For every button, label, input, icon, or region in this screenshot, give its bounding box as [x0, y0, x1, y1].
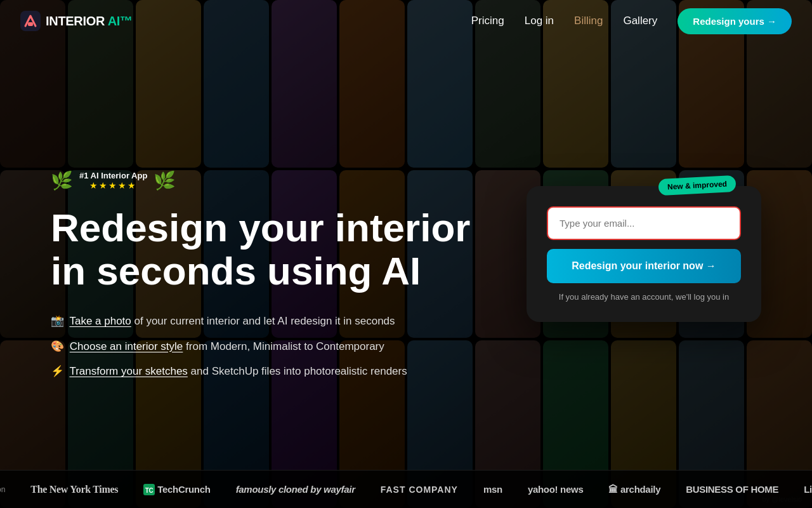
hero-heading: Redesign your interior in seconds using … — [51, 206, 508, 293]
award-title: #1 AI Interior App — [79, 171, 147, 180]
press-logo-archdaily: 🏛 archdaily — [608, 484, 660, 495]
press-logo-fastcompany: FAST COMPANY — [381, 485, 458, 495]
feature-item-2: 🎨 Choose an interior style from Modern, … — [51, 338, 495, 355]
logo[interactable]: INTERIOR AI™ — [20, 11, 133, 31]
logo-icon — [20, 11, 41, 31]
svg-rect-0 — [20, 11, 41, 31]
laurel-right-icon: 🌿 — [154, 170, 176, 191]
feature2-rest: from Modern, Minimalist to Contemporary — [186, 340, 384, 352]
as-seen-on-label: as seen on — [0, 485, 5, 494]
press-bar: as seen on The New York Times TC TechCru… — [0, 470, 812, 508]
cta-card: Redesign your interior now → If you alre… — [527, 186, 761, 322]
press-logo-businessofhome: BUSINESS OF HOME — [686, 484, 778, 495]
feature-item-3: ⚡ Transform your sketches and SketchUp f… — [51, 363, 495, 380]
feature1-link[interactable]: Take a photo — [69, 315, 131, 327]
press-logo-msn: msn — [483, 484, 502, 495]
card-footer-text: If you already have an account, we'll lo… — [547, 292, 741, 302]
cta-card-container: New & improved Redesign your interior no… — [527, 186, 761, 322]
svg-rect-1 — [28, 22, 33, 26]
nav-login[interactable]: Log in — [525, 15, 554, 27]
feature-item-1: 📸 Take a photo of your current interior … — [51, 313, 495, 330]
nav-links: Pricing Log in Billing Gallery Redesign … — [471, 8, 792, 34]
feature3-rest: and SketchUp files into photorealistic r… — [191, 365, 407, 377]
nav-cta-button[interactable]: Redesign yours → — [678, 8, 792, 34]
nav-gallery[interactable]: Gallery — [623, 15, 657, 27]
feature3-emoji: ⚡ — [51, 365, 64, 377]
svg-text:TC: TC — [145, 487, 154, 494]
press-logo-tc: TC TechCrunch — [143, 484, 210, 495]
feature2-emoji: 🎨 — [51, 340, 64, 352]
feature2-link[interactable]: Choose an interior style — [70, 340, 183, 352]
award-stars: ★★★★★ — [79, 180, 147, 190]
hero-features: 📸 Take a photo of your current interior … — [51, 313, 495, 380]
feature1-rest: of your current interior and let AI rede… — [134, 315, 395, 327]
logo-text: INTERIOR AI™ — [46, 14, 133, 29]
tc-icon: TC — [143, 484, 155, 495]
laurel-left-icon: 🌿 — [51, 170, 73, 191]
press-logo-nyt: The New York Times — [30, 484, 118, 495]
nav-billing[interactable]: Billing — [574, 15, 603, 27]
cta-redesign-button[interactable]: Redesign your interior now → — [547, 249, 741, 283]
navbar: INTERIOR AI™ Pricing Log in Billing Gall… — [0, 0, 812, 42]
feature3-link[interactable]: Transform your sketches — [69, 365, 187, 377]
press-logo-livingetc: Livingetc — [804, 484, 812, 495]
email-input[interactable] — [547, 206, 741, 240]
press-logo-yahoo: yahoo! news — [528, 484, 584, 495]
nav-pricing[interactable]: Pricing — [471, 15, 504, 27]
feature1-emoji: 📸 — [51, 315, 64, 327]
press-logo-wayfair: famously cloned by wayfair — [236, 484, 355, 495]
award-text: #1 AI Interior App ★★★★★ — [79, 171, 147, 190]
